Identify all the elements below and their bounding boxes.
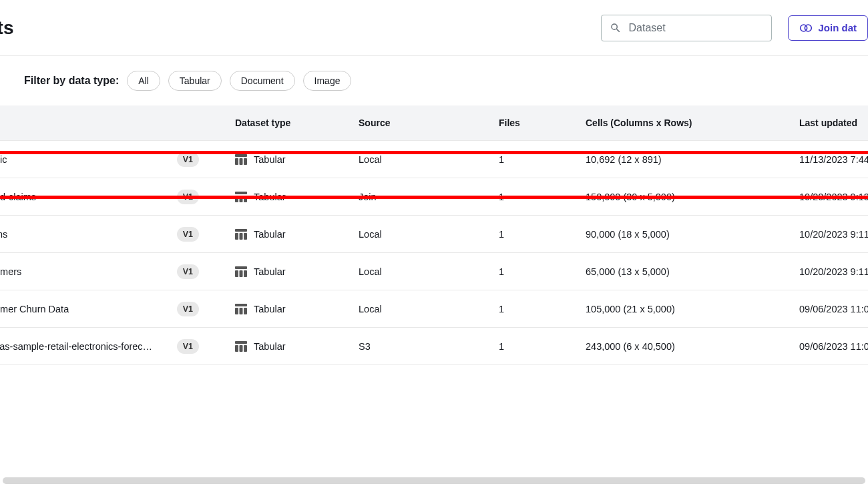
dataset-type: Tabular	[254, 341, 286, 352]
svg-rect-25	[244, 345, 247, 352]
search-box[interactable]	[601, 15, 772, 41]
svg-rect-6	[235, 192, 247, 194]
dataset-source: S3	[351, 328, 491, 365]
col-header-type[interactable]: Dataset type	[227, 105, 351, 141]
datasets-table: Dataset type Source Files Cells (Columns…	[0, 105, 868, 365]
svg-rect-3	[235, 158, 238, 165]
table-row[interactable]: omersV1TabularLocal165,000 (13 x 5,000)1…	[0, 253, 868, 290]
svg-rect-11	[235, 233, 238, 240]
svg-rect-18	[235, 304, 247, 306]
svg-rect-24	[240, 345, 243, 352]
highlight-marker-top	[0, 151, 868, 154]
dataset-files: 1	[491, 328, 578, 365]
svg-rect-19	[235, 308, 238, 314]
svg-rect-10	[235, 229, 247, 232]
table-row[interactable]: omer Churn DataV1TabularLocal1105,000 (2…	[0, 290, 868, 328]
table-row[interactable]: msV1TabularLocal190,000 (18 x 5,000)10/2…	[0, 216, 868, 253]
svg-rect-21	[244, 308, 247, 314]
version-badge: V1	[177, 339, 199, 354]
filter-label: Filter by data type:	[24, 75, 119, 87]
col-header-updated[interactable]: Last updated	[791, 105, 868, 141]
dataset-source: Local	[351, 141, 491, 178]
svg-point-1	[805, 25, 812, 31]
dataset-type: Tabular	[254, 154, 286, 165]
dataset-updated: 10/20/2023 9:11	[791, 253, 868, 290]
dataset-updated: 09/06/2023 11:0	[791, 290, 868, 328]
svg-rect-15	[235, 270, 238, 277]
join-icon	[799, 22, 813, 34]
join-button-label: Join dat	[818, 22, 857, 33]
datasets-table-wrap: Dataset type Source Files Cells (Columns…	[0, 105, 868, 365]
dataset-files: 1	[491, 216, 578, 253]
svg-rect-20	[240, 308, 243, 314]
dataset-type: Tabular	[254, 304, 286, 314]
filter-chip-image[interactable]: Image	[303, 71, 352, 91]
dataset-source: Local	[351, 253, 491, 290]
search-icon	[610, 22, 622, 34]
svg-rect-16	[240, 270, 243, 277]
dataset-name: omer Churn Data	[0, 304, 69, 314]
dataset-cells: 65,000 (13 x 5,000)	[578, 253, 791, 290]
dataset-updated: 09/06/2023 11:0	[791, 328, 868, 365]
page-header: ets Join dat	[0, 0, 868, 56]
svg-rect-22	[235, 341, 247, 344]
dataset-source: Local	[351, 290, 491, 328]
filter-chip-all[interactable]: All	[127, 71, 160, 91]
svg-rect-4	[240, 158, 243, 165]
dataset-cells: 90,000 (18 x 5,000)	[578, 216, 791, 253]
tabular-icon	[235, 341, 247, 352]
svg-rect-5	[244, 158, 247, 165]
dataset-cells: 243,000 (6 x 40,500)	[578, 328, 791, 365]
svg-rect-2	[235, 154, 247, 157]
dataset-source: Local	[351, 216, 491, 253]
dataset-cells: 105,000 (21 x 5,000)	[578, 290, 791, 328]
dataset-type: Tabular	[254, 266, 286, 277]
dataset-files: 1	[491, 290, 578, 328]
header-actions: Join dat	[601, 15, 868, 41]
dataset-name: vas-sample-retail-electronics-forec…	[0, 341, 152, 352]
svg-rect-12	[240, 233, 243, 240]
dataset-type: Tabular	[254, 229, 286, 240]
svg-rect-23	[235, 345, 238, 352]
tabular-icon	[235, 304, 247, 314]
filter-bar: Filter by data type: All Tabular Documen…	[0, 56, 868, 105]
col-header-source[interactable]: Source	[351, 105, 491, 141]
dataset-name: omers	[0, 266, 21, 277]
page-title: ets	[0, 17, 13, 39]
horizontal-scrollbar[interactable]	[3, 477, 865, 484]
dataset-name: nic	[0, 154, 7, 165]
filter-chip-tabular[interactable]: Tabular	[168, 71, 222, 91]
highlight-marker-bottom	[0, 196, 868, 199]
table-row[interactable]: nicV1TabularLocal110,692 (12 x 891)11/13…	[0, 141, 868, 178]
tabular-icon	[235, 154, 247, 165]
tabular-icon	[235, 229, 247, 240]
filter-chip-document[interactable]: Document	[230, 71, 295, 91]
col-header-cells[interactable]: Cells (Columns x Rows)	[578, 105, 791, 141]
dataset-updated: 10/20/2023 9:11	[791, 216, 868, 253]
dataset-name: ms	[0, 229, 7, 240]
col-header-files[interactable]: Files	[491, 105, 578, 141]
svg-rect-13	[244, 233, 247, 240]
version-badge: V1	[177, 227, 199, 242]
col-header-name[interactable]	[0, 105, 227, 141]
dataset-updated: 11/13/2023 7:44	[791, 141, 868, 178]
table-header-row: Dataset type Source Files Cells (Columns…	[0, 105, 868, 141]
svg-rect-14	[235, 266, 247, 269]
dataset-cells: 10,692 (12 x 891)	[578, 141, 791, 178]
dataset-files: 1	[491, 141, 578, 178]
join-data-button[interactable]: Join dat	[788, 15, 868, 41]
svg-rect-17	[244, 270, 247, 277]
version-badge: V1	[177, 302, 199, 316]
tabular-icon	[235, 266, 247, 277]
dataset-files: 1	[491, 253, 578, 290]
table-row[interactable]: vas-sample-retail-electronics-forec…V1Ta…	[0, 328, 868, 365]
search-input[interactable]	[628, 22, 763, 34]
version-badge: V1	[177, 264, 199, 279]
